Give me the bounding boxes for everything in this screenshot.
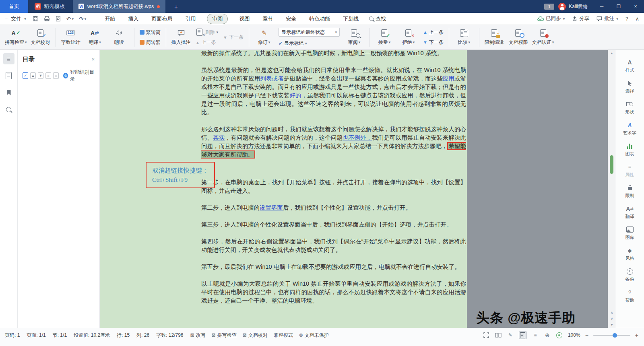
review-button[interactable]: 审阅▾ — [342, 29, 366, 46]
document-tab[interactable]: W word取消文档所有超链接.wps — [73, 0, 165, 13]
ink-button[interactable]: ✎ — [507, 332, 514, 339]
scroll-down-button[interactable]: ▼ — [608, 321, 615, 328]
page-view-button[interactable] — [519, 331, 527, 339]
user-avatar[interactable] — [558, 3, 566, 10]
web-view-button[interactable]: ⊕ — [544, 332, 551, 339]
panel-help-button[interactable]: ? 帮助 — [625, 289, 634, 310]
prev-page-button[interactable]: ∧ — [608, 309, 615, 315]
toc-select-all-checkbox[interactable]: ✓ — [23, 72, 28, 79]
tab-review[interactable]: 审阅 — [207, 14, 228, 24]
outline-view-button[interactable]: ≡ — [532, 332, 539, 339]
zoom-value[interactable]: 100% — [568, 332, 580, 338]
translate-button[interactable]: A⇄ 翻译▾ — [83, 29, 107, 46]
new-tab-button[interactable]: + — [171, 3, 181, 10]
search-panel-button[interactable] — [3, 104, 14, 115]
help-button[interactable]: ? — [625, 16, 628, 22]
protection-status[interactable]: ⊗文档未保护 — [299, 332, 329, 339]
next-comment-button[interactable]: ▼下一条 — [223, 34, 244, 41]
spellcheck-button[interactable]: A✓ 拼写检查▾ — [3, 29, 29, 46]
word-count-button[interactable]: 123 字数统计 — [59, 29, 83, 46]
panel-restrict-button[interactable]: 限制 — [625, 184, 634, 205]
panel-style-button[interactable]: A 样式 — [625, 59, 634, 80]
close-icon[interactable]: × — [91, 56, 95, 62]
tab-page-layout[interactable]: 页面布局 — [150, 14, 174, 24]
toc-settings-button[interactable]: ≡ — [53, 72, 59, 79]
annotation-textbox[interactable]: 取消超链接快捷键： Ctrl+Shift+F9 — [146, 162, 215, 188]
doc-auth-button[interactable]: 文档认证▾ — [530, 29, 556, 46]
two-page-view-button[interactable] — [495, 332, 502, 339]
toc-panel-button[interactable]: ≡ — [3, 53, 14, 64]
toc-collapse-button[interactable]: ▼ — [38, 72, 43, 79]
next-change-button[interactable]: ▼下一条 — [423, 39, 444, 46]
panel-properties-button[interactable]: ≡ 属性 — [625, 163, 634, 184]
pages-panel-button[interactable] — [3, 70, 14, 81]
markup-state-select[interactable]: 显示标记的最终状态 ▾ — [279, 28, 340, 37]
home-tab[interactable]: 首页 — [0, 0, 28, 13]
redo-button[interactable]: ↷▾ — [79, 16, 86, 22]
close-button[interactable]: × — [627, 0, 644, 13]
panel-select-button[interactable]: 选择 — [625, 80, 634, 101]
tab-references[interactable]: 引用 — [184, 14, 197, 24]
print-preview-button[interactable] — [55, 16, 61, 22]
restrict-edit-button[interactable]: 限制编辑 — [482, 29, 506, 46]
document-page[interactable]: 最新的操作系统了。尤其是我们在新入手电脑的时候，新电脑上一般预装的都是 Win1… — [100, 50, 467, 328]
toc-expand-button[interactable]: ▲ — [30, 72, 36, 79]
trad-to-simp-button[interactable]: 繁转简 — [140, 29, 161, 36]
delete-comment-button[interactable]: ×删除▾ — [196, 29, 219, 36]
docer-template-tab[interactable]: 稻 稻壳模板 — [28, 0, 71, 13]
smart-toc-toggle[interactable]: ⊕ 智能识别目录 — [63, 69, 95, 82]
eye-protection-button[interactable] — [556, 332, 563, 339]
hyperlink[interactable]: 列表或者 — [260, 75, 284, 82]
toc-level-button[interactable]: ≡ — [45, 72, 51, 79]
overwrite-toggle[interactable]: ⊠改写 — [190, 332, 206, 339]
print-button[interactable] — [44, 16, 50, 22]
tab-special-features[interactable]: 特色功能 — [308, 14, 332, 24]
bookmark-panel-button[interactable] — [3, 87, 14, 98]
tab-section[interactable]: 章节 — [261, 14, 275, 24]
collapse-ribbon-button[interactable]: ∧ — [636, 16, 639, 22]
tab-security[interactable]: 安全 — [284, 14, 298, 24]
document-text-area[interactable]: 最新的操作系统了。尤其是我们在新入手电脑的时候，新电脑上一般预装的都是 Win1… — [201, 50, 466, 313]
proofread-button[interactable]: ✓ 文档校对 — [29, 29, 53, 46]
hyperlink[interactable]: 设置界面 — [260, 204, 283, 211]
track-changes-button[interactable]: ✎ 修订▾ — [252, 29, 276, 46]
tab-home[interactable]: 开始 — [103, 14, 117, 24]
panel-chart-button[interactable]: 图表 — [625, 142, 634, 163]
show-markup-button[interactable]: ✓显示标记▾ — [279, 40, 340, 47]
reject-button[interactable]: × 拒绝▾ — [396, 29, 421, 46]
maximize-button[interactable]: ☐ — [610, 0, 627, 13]
hyperlink[interactable]: 好的 — [289, 92, 301, 99]
scrollbar-thumb[interactable] — [610, 155, 613, 174]
panel-backup-button[interactable]: 备份 — [625, 268, 634, 289]
find-button[interactable]: 查找 — [369, 15, 386, 23]
fullscreen-button[interactable] — [483, 332, 490, 339]
tab-insert[interactable]: 插入 — [126, 14, 140, 24]
compat-mode-indicator[interactable]: 兼容模式 — [274, 332, 293, 339]
tab-view[interactable]: 视图 — [237, 14, 251, 24]
share-button[interactable]: 分享 — [572, 15, 589, 22]
zoom-slider[interactable] — [593, 335, 630, 336]
zoom-out-button[interactable]: − — [585, 332, 588, 338]
compare-button[interactable]: 比较▾ — [452, 29, 476, 46]
prev-change-button[interactable]: ▲上一条 — [423, 29, 444, 36]
spellcheck-toggle[interactable]: ⊠拼写检查 — [212, 332, 237, 339]
panel-wordart-button[interactable]: A 艺术字 — [623, 122, 636, 142]
hyperlink[interactable]: 也不例外， — [343, 134, 372, 141]
notification-badge[interactable]: 1 — [544, 4, 554, 10]
zoom-slider-thumb[interactable] — [613, 333, 617, 338]
read-aloud-button[interactable]: 朗读 — [107, 29, 131, 46]
zoom-in-button[interactable]: + — [635, 332, 638, 338]
scroll-up-button[interactable]: ▲ — [608, 50, 615, 56]
file-menu[interactable]: ≡ 文件 ▾ — [5, 15, 26, 23]
accept-button[interactable]: ✓ 接受▾ — [372, 29, 396, 46]
prev-comment-button[interactable]: ▲上一条 — [196, 39, 219, 46]
simp-to-trad-button[interactable]: 简转繁 — [140, 39, 161, 46]
minimize-button[interactable]: ─ — [593, 0, 610, 13]
hyperlink[interactable]: 应用 — [443, 75, 454, 82]
vertical-scrollbar[interactable]: ▲ ∧ ∨ ▼ — [608, 50, 615, 328]
tab-underline[interactable]: 下划线 — [341, 14, 360, 24]
proofread-toggle[interactable]: ⊠文档校对 — [243, 332, 268, 339]
panel-translate-button[interactable]: A⇄ 翻译 — [625, 205, 634, 226]
panel-shapes-button[interactable]: 形状 — [625, 101, 634, 122]
comment-menu-button[interactable]: 批注 ▾ — [597, 15, 618, 22]
